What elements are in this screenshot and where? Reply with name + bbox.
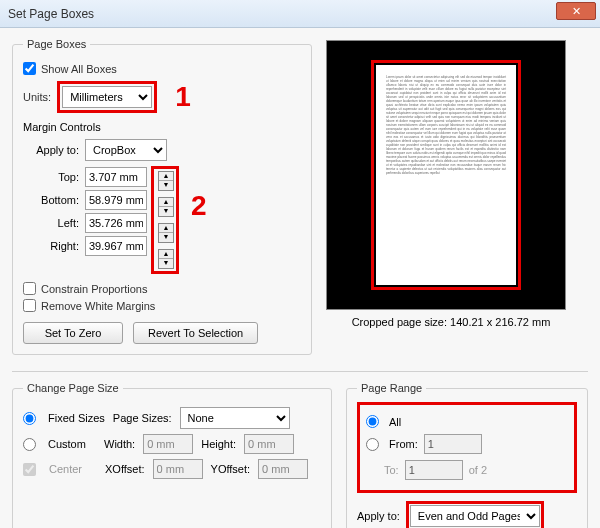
remove-wm-checkbox[interactable] bbox=[23, 299, 36, 312]
pr-apply-row: Apply to: Even and Odd Pages bbox=[357, 501, 577, 528]
margin-bottom-row: Bottom: bbox=[23, 190, 147, 210]
margin-controls: Margin Controls Apply to: CropBox Top: bbox=[23, 121, 301, 344]
spin-up-icon[interactable]: ▲ bbox=[159, 198, 173, 207]
margin-right-spinner[interactable]: ▲▼ bbox=[158, 249, 174, 269]
from-radio[interactable] bbox=[366, 438, 379, 451]
spin-down-icon[interactable]: ▼ bbox=[159, 207, 173, 216]
set-to-zero-button[interactable]: Set To Zero bbox=[23, 322, 123, 344]
page-range-legend: Page Range bbox=[357, 382, 426, 394]
cropped-size-label: Cropped page size: 140.21 x 216.72 mm bbox=[326, 316, 576, 328]
change-page-size-group: Change Page Size Fixed Sizes Page Sizes:… bbox=[12, 382, 332, 528]
apply-to-label: Apply to: bbox=[23, 144, 79, 156]
constrain-label: Constrain Proportions bbox=[41, 283, 147, 295]
units-select[interactable]: Millimeters bbox=[62, 86, 152, 108]
page-range-group: Page Range All From: To: of 2 App bbox=[346, 382, 588, 528]
preview-frame: Lorem ipsum dolor sit amet consectetur a… bbox=[326, 40, 566, 310]
page-sizes-select[interactable]: None bbox=[180, 407, 290, 429]
all-radio[interactable] bbox=[366, 415, 379, 428]
margin-top-input[interactable] bbox=[85, 167, 147, 187]
pr-apply-label: Apply to: bbox=[357, 510, 400, 522]
width-input bbox=[143, 434, 193, 454]
window-title: Set Page Boxes bbox=[8, 7, 94, 21]
show-all-label: Show All Boxes bbox=[41, 63, 117, 75]
from-row: From: bbox=[366, 434, 568, 454]
units-row: Units: Millimeters 1 bbox=[23, 81, 301, 113]
margin-top-label: Top: bbox=[23, 171, 79, 183]
show-all-checkbox[interactable] bbox=[23, 62, 36, 75]
center-checkbox bbox=[23, 463, 36, 476]
margin-top-spinner[interactable]: ▲▼ bbox=[158, 171, 174, 191]
spin-up-icon[interactable]: ▲ bbox=[159, 224, 173, 233]
spin-down-icon[interactable]: ▼ bbox=[159, 233, 173, 242]
remove-wm-row: Remove White Margins bbox=[23, 299, 301, 312]
margin-fields-col: Top: Bottom: Left: bbox=[23, 164, 147, 259]
margin-left-spinner[interactable]: ▲▼ bbox=[158, 223, 174, 243]
yoffset-input bbox=[258, 459, 308, 479]
margin-left-row: Left: bbox=[23, 213, 147, 233]
xoffset-input bbox=[153, 459, 203, 479]
fixed-sizes-radio[interactable] bbox=[23, 412, 36, 425]
width-label: Width: bbox=[104, 438, 135, 450]
fixed-sizes-row: Fixed Sizes Page Sizes: None bbox=[23, 407, 321, 429]
custom-row: Custom Width: Height: bbox=[23, 434, 321, 454]
apply-to-select[interactable]: CropBox bbox=[85, 139, 167, 161]
margin-right-label: Right: bbox=[23, 240, 79, 252]
constrain-row: Constrain Proportions bbox=[23, 282, 301, 295]
revert-button[interactable]: Revert To Selection bbox=[133, 322, 258, 344]
annotation-2: 2 bbox=[191, 190, 207, 222]
xoffset-label: XOffset: bbox=[105, 463, 145, 475]
titlebar: Set Page Boxes ✕ bbox=[0, 0, 600, 28]
page-sizes-label: Page Sizes: bbox=[113, 412, 172, 424]
preview-highlight: Lorem ipsum dolor sit amet consectetur a… bbox=[371, 60, 521, 290]
height-input bbox=[244, 434, 294, 454]
all-row: All bbox=[366, 415, 568, 428]
spin-down-icon[interactable]: ▼ bbox=[159, 259, 173, 268]
yoffset-label: YOffset: bbox=[211, 463, 251, 475]
page-boxes-legend: Page Boxes bbox=[23, 38, 90, 50]
close-button[interactable]: ✕ bbox=[556, 2, 596, 20]
units-highlight: Millimeters bbox=[57, 81, 157, 113]
margin-buttons: Set To Zero Revert To Selection bbox=[23, 322, 301, 344]
to-input bbox=[405, 460, 463, 480]
remove-wm-label: Remove White Margins bbox=[41, 300, 155, 312]
margin-bottom-spinner[interactable]: ▲▼ bbox=[158, 197, 174, 217]
page-boxes-group: Page Boxes Show All Boxes Units: Millime… bbox=[12, 38, 312, 355]
annotation-1: 1 bbox=[175, 81, 191, 113]
custom-label: Custom bbox=[48, 438, 96, 450]
apply-to-row: Apply to: CropBox bbox=[23, 139, 301, 161]
to-label: To: bbox=[384, 464, 399, 476]
show-all-row: Show All Boxes bbox=[23, 62, 301, 75]
all-label: All bbox=[389, 416, 401, 428]
margin-left-input[interactable] bbox=[85, 213, 147, 233]
margin-right-input[interactable] bbox=[85, 236, 147, 256]
spin-up-icon[interactable]: ▲ bbox=[159, 172, 173, 181]
from-input bbox=[424, 434, 482, 454]
height-label: Height: bbox=[201, 438, 236, 450]
preview-page: Lorem ipsum dolor sit amet consectetur a… bbox=[376, 65, 516, 285]
center-row: Center XOffset: YOffset: bbox=[23, 459, 321, 479]
of-label: of 2 bbox=[469, 464, 487, 476]
margin-top-row: Top: bbox=[23, 167, 147, 187]
pr-apply-highlight: Even and Odd Pages bbox=[406, 501, 544, 528]
margin-controls-legend: Margin Controls bbox=[23, 121, 301, 133]
divider bbox=[12, 371, 588, 372]
margin-left-label: Left: bbox=[23, 217, 79, 229]
page-range-highlight: All From: To: of 2 bbox=[357, 402, 577, 493]
fixed-sizes-label: Fixed Sizes bbox=[48, 412, 105, 424]
spin-up-icon[interactable]: ▲ bbox=[159, 250, 173, 259]
to-row: To: of 2 bbox=[366, 460, 568, 480]
from-label: From: bbox=[389, 438, 418, 450]
dialog-content: 3 Page Boxes Show All Boxes Units: Milli… bbox=[0, 28, 600, 528]
change-page-size-legend: Change Page Size bbox=[23, 382, 123, 394]
margin-right-row: Right: bbox=[23, 236, 147, 256]
margin-bottom-label: Bottom: bbox=[23, 194, 79, 206]
preview-column: Lorem ipsum dolor sit amet consectetur a… bbox=[326, 38, 576, 365]
units-label: Units: bbox=[23, 91, 51, 103]
pr-apply-select[interactable]: Even and Odd Pages bbox=[410, 505, 540, 527]
margin-bottom-input[interactable] bbox=[85, 190, 147, 210]
center-label: Center bbox=[49, 463, 97, 475]
spinner-highlight: ▲▼ ▲▼ ▲▼ ▲▼ bbox=[151, 166, 179, 274]
constrain-checkbox[interactable] bbox=[23, 282, 36, 295]
custom-radio[interactable] bbox=[23, 438, 36, 451]
spin-down-icon[interactable]: ▼ bbox=[159, 181, 173, 190]
